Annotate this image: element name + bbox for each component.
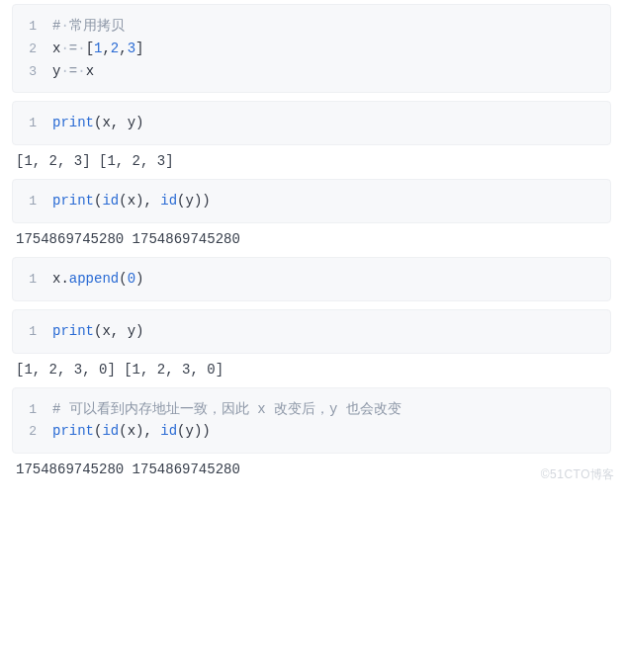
code-token: print xyxy=(52,423,94,439)
code-cell: 1print(id(x), id(y)) xyxy=(12,179,611,223)
code-content: print(x, y) xyxy=(52,112,143,133)
code-token: . xyxy=(60,271,68,287)
code-line: 3y·=·x xyxy=(13,60,598,83)
code-token: ( xyxy=(119,193,127,209)
code-content: print(x, y) xyxy=(52,320,143,342)
code-token: 2 xyxy=(111,41,119,56)
code-token: = xyxy=(69,41,77,56)
code-token: print xyxy=(52,193,94,209)
code-token: id xyxy=(160,193,177,209)
output-cell: 1754869745280 1754869745280 xyxy=(16,462,607,477)
line-number: 1 xyxy=(13,270,52,291)
code-token: id xyxy=(102,423,119,439)
code-line: 2print(id(x), id(y)) xyxy=(13,420,598,443)
line-number: 1 xyxy=(13,322,52,343)
line-number: 1 xyxy=(13,114,52,134)
code-line: 1print(x, y) xyxy=(13,320,598,343)
code-cell: 1#·常用拷贝2x·=·[1,2,3]3y·=·x xyxy=(12,4,611,93)
code-token: y xyxy=(128,115,135,130)
code-token: 3 xyxy=(128,41,135,56)
code-token: ] xyxy=(135,41,143,56)
output-cell: [1, 2, 3, 0] [1, 2, 3, 0] xyxy=(16,362,607,378)
code-token: ) xyxy=(135,323,143,339)
code-line: 1print(x, y) xyxy=(13,112,598,134)
code-content: print(id(x), id(y)) xyxy=(52,190,211,211)
code-token: , xyxy=(111,115,128,130)
code-token: · xyxy=(60,41,68,56)
code-token: ) xyxy=(135,115,143,130)
line-number: 2 xyxy=(13,40,52,60)
code-token: x xyxy=(128,193,135,209)
code-token: y xyxy=(128,323,135,339)
code-token: append xyxy=(69,271,119,287)
code-token: · xyxy=(77,41,85,56)
code-token: , xyxy=(102,41,110,56)
line-number: 2 xyxy=(13,422,52,443)
line-number: 1 xyxy=(13,400,52,421)
line-number: 1 xyxy=(13,17,52,38)
code-token: ( xyxy=(119,423,127,439)
code-token: id xyxy=(160,423,177,439)
output-cell: 1754869745280 1754869745280 xyxy=(16,231,607,247)
watermark-text: ©51CTO博客 xyxy=(541,466,615,483)
code-token: , xyxy=(119,41,127,56)
code-token: y xyxy=(185,423,193,439)
code-cell: 1x.append(0) xyxy=(12,257,611,301)
code-token: = xyxy=(69,63,77,79)
code-token: ( xyxy=(119,271,127,287)
code-line: 2x·=·[1,2,3] xyxy=(13,38,598,60)
line-number: 3 xyxy=(13,62,52,83)
code-token: x xyxy=(102,115,110,130)
code-token: , xyxy=(143,193,160,209)
code-token: ) xyxy=(135,271,143,287)
code-line: 1print(id(x), id(y)) xyxy=(13,190,598,212)
code-cell: 1print(x, y) xyxy=(12,309,611,354)
code-token: x xyxy=(102,323,110,339)
code-token: ) xyxy=(202,423,210,439)
code-token: · xyxy=(60,63,68,79)
code-content: print(id(x), id(y)) xyxy=(52,420,211,442)
code-line: 1#·常用拷贝 xyxy=(13,15,598,38)
code-token: , xyxy=(111,323,128,339)
code-token: x xyxy=(128,423,135,439)
code-token: · xyxy=(77,63,85,79)
code-token: print xyxy=(52,323,94,339)
code-token: 0 xyxy=(128,271,135,287)
code-content: # 可以看到内存地址一致，因此 x 改变后，y 也会改变 xyxy=(52,398,401,420)
code-token: y xyxy=(185,193,193,209)
line-number: 1 xyxy=(13,192,52,212)
code-token: · xyxy=(60,18,68,34)
code-content: x·=·[1,2,3] xyxy=(52,38,143,59)
code-line: 1# 可以看到内存地址一致，因此 x 改变后，y 也会改变 xyxy=(13,398,598,421)
code-token: # 可以看到内存地址一致，因此 x 改变后，y 也会改变 xyxy=(52,401,401,417)
code-line: 1x.append(0) xyxy=(13,268,598,291)
code-cell: 1print(x, y) xyxy=(12,101,611,145)
output-cell: [1, 2, 3] [1, 2, 3] xyxy=(16,153,607,169)
code-token: id xyxy=(102,193,119,209)
code-content: #·常用拷贝 xyxy=(52,15,125,37)
code-cell: 1# 可以看到内存地址一致，因此 x 改变后，y 也会改变2print(id(x… xyxy=(12,387,611,455)
code-token: x xyxy=(86,63,94,79)
code-token: ) xyxy=(202,193,210,209)
code-token: print xyxy=(52,115,94,130)
code-content: x.append(0) xyxy=(52,268,143,290)
notebook-root: 1#·常用拷贝2x·=·[1,2,3]3y·=·x1print(x, y)[1,… xyxy=(0,4,623,477)
code-token: , xyxy=(143,423,160,439)
code-content: y·=·x xyxy=(52,60,94,82)
code-token: [ xyxy=(86,41,94,56)
code-token: 常用拷贝 xyxy=(69,18,125,34)
